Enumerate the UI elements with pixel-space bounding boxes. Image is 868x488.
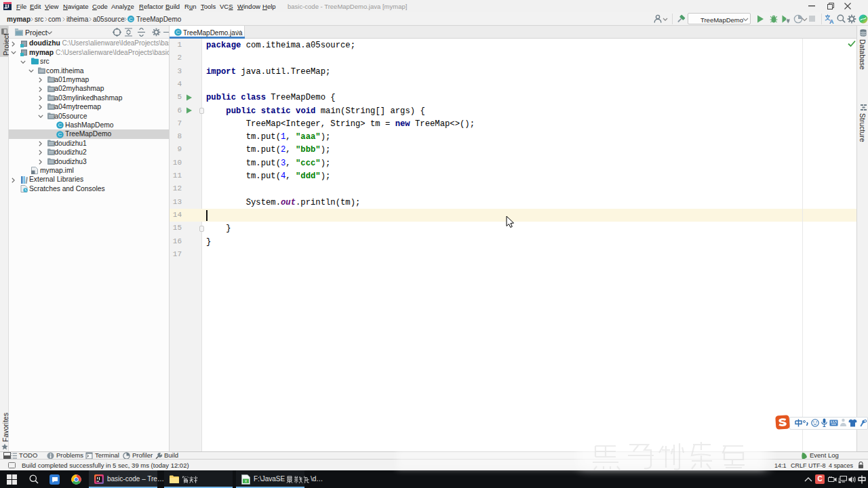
svg-text:X: X [245,479,248,483]
svg-text:C: C [58,122,62,128]
svg-text:C: C [176,29,180,35]
svg-text:C: C [129,16,133,22]
svg-text:C: C [58,131,62,138]
svg-text:A: A [829,18,834,24]
